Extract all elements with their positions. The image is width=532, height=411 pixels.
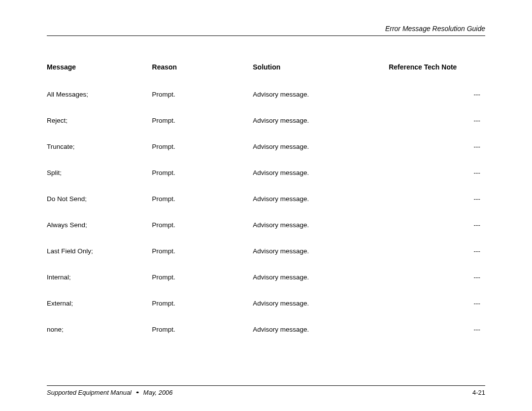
table-row: Reject; Prompt. Advisory message. --- bbox=[47, 117, 485, 143]
table-row: External; Prompt. Advisory message. --- bbox=[47, 300, 485, 326]
cell-reference: --- bbox=[389, 195, 485, 221]
cell-reason: Prompt. bbox=[152, 274, 253, 300]
cell-solution: Advisory message. bbox=[253, 326, 389, 352]
cell-reason: Prompt. bbox=[152, 195, 253, 221]
cell-message: External; bbox=[47, 300, 152, 326]
cell-solution: Advisory message. bbox=[253, 195, 389, 221]
table-row: Truncate; Prompt. Advisory message. --- bbox=[47, 143, 485, 169]
table-row: none; Prompt. Advisory message. --- bbox=[47, 326, 485, 352]
table-row: Do Not Send; Prompt. Advisory message. -… bbox=[47, 195, 485, 221]
cell-reference: --- bbox=[389, 117, 485, 143]
cell-message: Last Field Only; bbox=[47, 247, 152, 274]
footer-date: May, 2006 bbox=[143, 389, 173, 396]
cell-solution: Advisory message. bbox=[253, 117, 389, 143]
cell-reason: Prompt. bbox=[152, 143, 253, 169]
table-row: Always Send; Prompt. Advisory message. -… bbox=[47, 221, 485, 247]
cell-message: Split; bbox=[47, 169, 152, 195]
cell-message: Internal; bbox=[47, 274, 152, 300]
cell-solution: Advisory message. bbox=[253, 91, 389, 117]
cell-reason: Prompt. bbox=[152, 91, 253, 117]
cell-solution: Advisory message. bbox=[253, 221, 389, 247]
cell-reason: Prompt. bbox=[152, 169, 253, 195]
footer-left: Supported Equipment Manual • May, 2006 bbox=[47, 389, 173, 396]
table-body: All Messages; Prompt. Advisory message. … bbox=[47, 91, 485, 352]
cell-reason: Prompt. bbox=[152, 300, 253, 326]
footer-separator-icon: • bbox=[136, 389, 139, 396]
header-title: Error Message Resolution Guide bbox=[385, 25, 485, 33]
column-header-message: Message bbox=[47, 63, 152, 91]
cell-message: All Messages; bbox=[47, 91, 152, 117]
cell-solution: Advisory message. bbox=[253, 143, 389, 169]
footer-manual-name: Supported Equipment Manual bbox=[47, 389, 132, 396]
cell-reason: Prompt. bbox=[152, 326, 253, 352]
cell-message: Always Send; bbox=[47, 221, 152, 247]
column-header-solution: Solution bbox=[253, 63, 389, 91]
cell-solution: Advisory message. bbox=[253, 169, 389, 195]
cell-reference: --- bbox=[389, 169, 485, 195]
cell-reason: Prompt. bbox=[152, 221, 253, 247]
cell-reference: --- bbox=[389, 221, 485, 247]
cell-message: Reject; bbox=[47, 117, 152, 143]
column-header-reason: Reason bbox=[152, 63, 253, 91]
table-row: Split; Prompt. Advisory message. --- bbox=[47, 169, 485, 195]
cell-reference: --- bbox=[389, 300, 485, 326]
table-row: Internal; Prompt. Advisory message. --- bbox=[47, 274, 485, 300]
column-header-reference: Reference Tech Note bbox=[389, 63, 485, 91]
page-header: Error Message Resolution Guide bbox=[47, 25, 485, 36]
cell-message: Do Not Send; bbox=[47, 195, 152, 221]
cell-reference: --- bbox=[389, 91, 485, 117]
table-row: Last Field Only; Prompt. Advisory messag… bbox=[47, 247, 485, 274]
cell-message: Truncate; bbox=[47, 143, 152, 169]
cell-reason: Prompt. bbox=[152, 117, 253, 143]
cell-solution: Advisory message. bbox=[253, 274, 389, 300]
cell-reference: --- bbox=[389, 326, 485, 352]
document-page: Error Message Resolution Guide Message R… bbox=[0, 0, 532, 411]
footer-page-number: 4-21 bbox=[472, 389, 485, 396]
table-container: Message Reason Solution Reference Tech N… bbox=[47, 63, 485, 385]
cell-message: none; bbox=[47, 326, 152, 352]
table-row: All Messages; Prompt. Advisory message. … bbox=[47, 91, 485, 117]
cell-reference: --- bbox=[389, 247, 485, 274]
cell-reference: --- bbox=[389, 143, 485, 169]
cell-solution: Advisory message. bbox=[253, 247, 389, 274]
page-footer: Supported Equipment Manual • May, 2006 4… bbox=[47, 385, 485, 396]
cell-reason: Prompt. bbox=[152, 247, 253, 274]
cell-solution: Advisory message. bbox=[253, 300, 389, 326]
table-header-row: Message Reason Solution Reference Tech N… bbox=[47, 63, 485, 91]
cell-reference: --- bbox=[389, 274, 485, 300]
error-message-table: Message Reason Solution Reference Tech N… bbox=[47, 63, 485, 352]
